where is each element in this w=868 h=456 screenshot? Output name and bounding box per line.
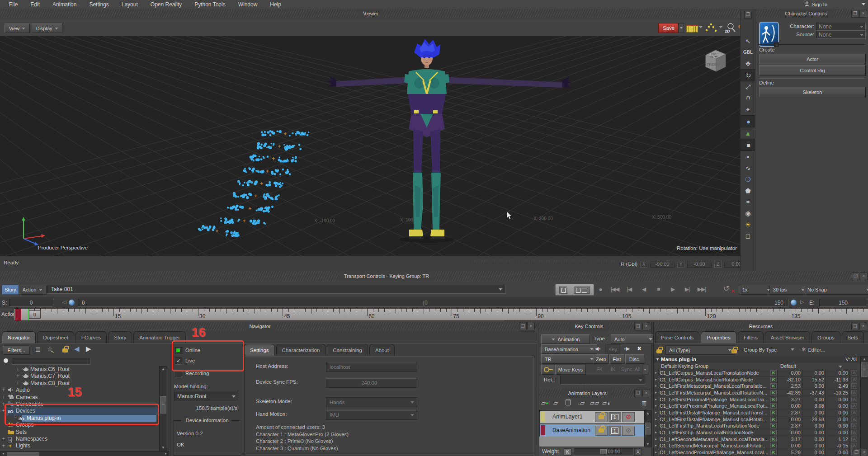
property-value[interactable]: 0.00: [826, 370, 848, 376]
tr-dropdown[interactable]: TR: [541, 354, 597, 364]
property-value[interactable]: -0.00: [826, 416, 848, 423]
sign-in-button[interactable]: Sign In: [804, 0, 827, 9]
start-frame-field[interactable]: 0: [9, 299, 53, 307]
menu-item-open-reality[interactable]: Open Reality: [144, 1, 188, 8]
expand-arrow-icon[interactable]: ▸: [655, 383, 657, 389]
property-value[interactable]: 0.00: [778, 442, 801, 449]
expand-arrow-icon[interactable]: ▸: [655, 396, 657, 403]
weight-key-button[interactable]: K: [564, 448, 571, 456]
keyable-badge[interactable]: K: [770, 450, 777, 455]
properties-scrollbar[interactable]: ▲ ▼: [860, 356, 868, 456]
save-options-dropdown[interactable]: [678, 23, 684, 33]
property-value[interactable]: 2.49: [826, 383, 848, 389]
light-tool[interactable]: ☀: [741, 219, 755, 230]
action-dropdown[interactable]: Action: [19, 285, 47, 295]
view-menu-button[interactable]: View: [5, 24, 30, 33]
property-row[interactable]: ▸C1_LeftFirstProximalPhalange_ManusLocal…: [654, 403, 860, 409]
keying-mode-dropdown[interactable]: [699, 26, 703, 28]
expand-plus-icon[interactable]: +: [16, 373, 19, 380]
loop-off-button[interactable]: ↻ ✕: [722, 284, 735, 294]
animlayers-float-button[interactable]: ❐: [634, 390, 642, 397]
keying-group-row[interactable]: Default Keying Group Default: [654, 363, 860, 370]
animated-badge[interactable]: A: [851, 423, 857, 428]
viewport-3d[interactable]: X: -100.00X: 100.00X: 300.00X: 500.00: [0, 36, 740, 256]
menu-item-settings[interactable]: Settings: [83, 1, 115, 8]
type-filter-lock-icon[interactable]: [656, 346, 662, 355]
keyable-badge[interactable]: K: [770, 377, 777, 382]
animated-badge[interactable]: A: [851, 410, 857, 415]
keyable-badge[interactable]: K: [770, 437, 777, 442]
global-local-toggle[interactable]: GBL: [741, 47, 755, 58]
expand-plus-icon[interactable]: +: [16, 380, 19, 387]
corner-close-button[interactable]: ×: [860, 449, 868, 456]
property-row[interactable]: ▸C1_LeftSecondProximalPhalange_ManusLoca…: [654, 449, 860, 456]
previous-key-button[interactable]: |◀: [625, 285, 634, 293]
move-keys-button[interactable]: Move Keys: [555, 365, 586, 375]
lock-icon[interactable]: [62, 345, 68, 354]
device-tab-settings[interactable]: Settings: [244, 344, 275, 356]
spline-tool[interactable]: ∿: [741, 162, 755, 174]
snap-dropdown[interactable]: No Snap: [804, 285, 868, 295]
property-value[interactable]: 0.00: [803, 429, 824, 436]
resources-tab-sets[interactable]: Sets: [842, 331, 864, 343]
menu-item-animation[interactable]: Animation: [46, 1, 83, 8]
layer-row-baseanimation[interactable]: BaseAnimation1⊘: [539, 424, 645, 437]
properties-group-header[interactable]: ▼ Manus plug-in V: All: [654, 356, 860, 363]
property-value[interactable]: 0.00: [778, 403, 801, 409]
prev-key-button[interactable]: ◀●: [592, 344, 604, 353]
property-value[interactable]: 15.52: [803, 376, 824, 383]
tree-item-sets[interactable]: Sets: [0, 429, 168, 436]
property-row[interactable]: ▸C1_LeftFirstTip_ManusLocalTranslationNo…: [654, 423, 860, 429]
expand-plus-icon[interactable]: +: [2, 436, 5, 442]
expand-plus-icon[interactable]: +: [2, 387, 5, 394]
stop-button[interactable]: ■: [654, 285, 663, 293]
view-cube[interactable]: TOP FRONT: [701, 46, 729, 76]
cube-small-tool[interactable]: ▪: [741, 151, 755, 162]
scale-tool[interactable]: ⤢: [741, 81, 755, 93]
duplicate-layer-icon[interactable]: ▱: [553, 400, 558, 406]
next-key-button[interactable]: ▶|: [683, 285, 692, 293]
menu-item-file[interactable]: File: [3, 1, 24, 8]
property-value[interactable]: 2.87: [778, 409, 801, 416]
navigator-close-button[interactable]: ×: [527, 323, 535, 330]
model-binding-dropdown[interactable]: Manus:Root: [174, 392, 238, 401]
new-layer-icon[interactable]: ▱+: [541, 400, 548, 406]
delete-key-button[interactable]: ✖: [635, 344, 644, 353]
flat-button[interactable]: Flat: [609, 354, 624, 364]
tree-item-manus-c8-root[interactable]: +Manus:C8_Root: [0, 380, 168, 387]
expand-plus-icon[interactable]: +: [2, 394, 5, 401]
sync-all-button[interactable]: Sync. All: [620, 365, 642, 374]
key-button[interactable]: Key: [605, 344, 620, 354]
property-row[interactable]: ▸C1_LeftCarpus_ManusLocalRotationNodeK-8…: [654, 376, 860, 383]
tab-fcurves[interactable]: FCurves: [75, 331, 107, 343]
group-by-dropdown[interactable]: Group By Type: [741, 345, 797, 354]
translate-tool[interactable]: ✥: [741, 58, 755, 69]
key-dots-icon[interactable]: [705, 23, 717, 34]
range-right-slider[interactable]: [791, 300, 797, 306]
property-row[interactable]: ▸C1_LeftFirstDistalPhalange_ManusLocalTr…: [654, 409, 860, 416]
ref-dropdown[interactable]: [560, 376, 645, 385]
ik-button[interactable]: IK: [607, 365, 619, 374]
expand-plus-icon[interactable]: +: [2, 401, 5, 408]
keyable-badge[interactable]: K: [770, 430, 777, 435]
keyable-badge[interactable]: K: [770, 390, 777, 395]
resources-tab-filters[interactable]: Filters: [738, 331, 764, 343]
step-back-button[interactable]: ◀: [639, 285, 648, 293]
layer-lock-icon[interactable]: [595, 412, 608, 422]
keyable-badge[interactable]: K: [770, 423, 777, 428]
resources-tab-properties[interactable]: Properties: [701, 331, 736, 343]
animated-badge[interactable]: A: [851, 437, 857, 442]
end-frame-field[interactable]: 150: [819, 299, 867, 307]
take-field[interactable]: Take 001: [47, 285, 505, 294]
keying-group-key-button[interactable]: [541, 365, 554, 375]
fps-dropdown[interactable]: 30 fps: [769, 285, 808, 295]
story-tab-button[interactable]: Story: [2, 285, 19, 295]
sphere-tool[interactable]: ●: [741, 115, 756, 127]
tab-dopesheet[interactable]: Dopesheet: [37, 331, 74, 343]
play-button[interactable]: ▶: [668, 285, 677, 293]
disc-button[interactable]: Disc.: [625, 354, 644, 364]
property-value[interactable]: 0.00: [826, 403, 848, 409]
select-tool[interactable]: ↖: [741, 35, 755, 47]
jump-to-end-button[interactable]: ▶▶|: [697, 285, 706, 293]
property-value[interactable]: -28.58: [803, 416, 824, 423]
